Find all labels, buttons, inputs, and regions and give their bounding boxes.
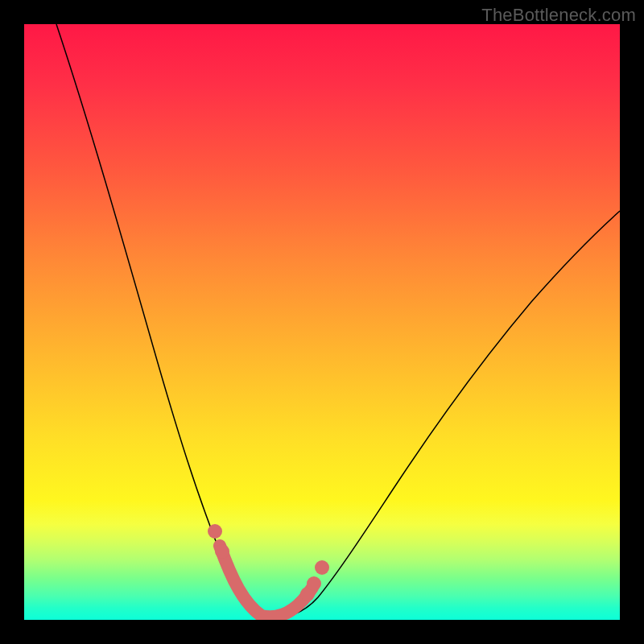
bottleneck-curve xyxy=(24,24,620,620)
marker-dot xyxy=(307,576,321,591)
marker-dot xyxy=(315,560,329,575)
chart-plot-area xyxy=(24,24,620,620)
marker-dot xyxy=(215,544,229,559)
marker-dot xyxy=(208,524,222,539)
marker-group xyxy=(208,524,329,617)
curve-left xyxy=(56,24,262,618)
curve-right xyxy=(262,211,620,618)
watermark-text: TheBottleneck.com xyxy=(481,5,636,26)
valley-highlight xyxy=(220,546,312,617)
